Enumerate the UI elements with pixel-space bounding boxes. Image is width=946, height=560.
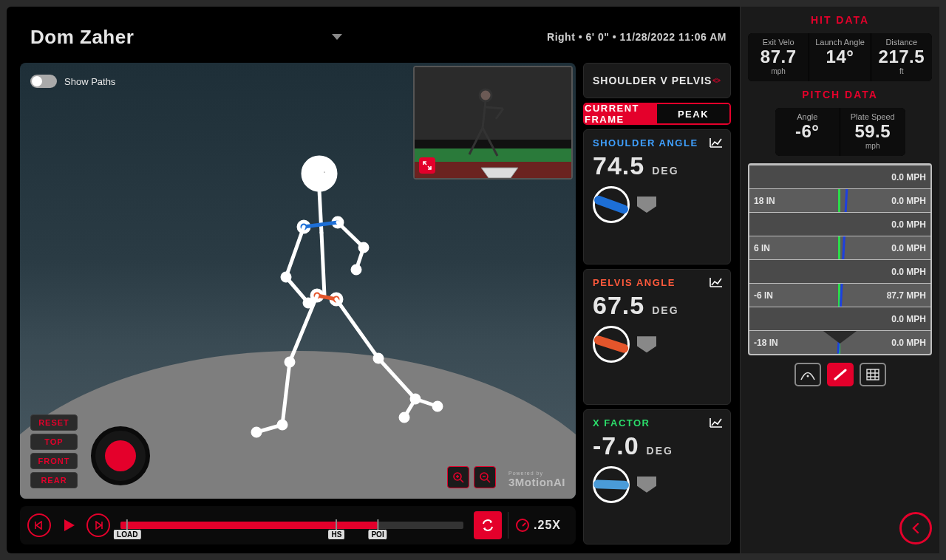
joystick[interactable] [91,426,150,485]
grid-row: 6 IN0.0 MPH [749,236,930,259]
view-mode-icons [748,363,932,386]
svg-line-35 [483,128,497,156]
chart-icon[interactable] [710,137,723,148]
speed-label: .25X [534,519,561,532]
view-field-button[interactable] [794,363,821,386]
hit-data-title: HIT DATA [748,14,932,26]
player-name: Dom Zaher [30,26,134,49]
timeline-progress [120,522,378,529]
metric-unit: DEG [652,304,678,316]
loop-button[interactable] [474,511,502,539]
svg-point-1 [323,171,326,174]
main-panel: Dom Zaher Right • 6' 0" • 11/28/2022 11:… [7,7,740,553]
speed-control[interactable]: .25X [508,512,568,539]
skip-back-button[interactable] [27,513,51,537]
grid-row: -18 IN0.0 MPH [749,330,930,354]
metric-unit: DEG [652,165,678,177]
metric-shoulder: SHOULDER ANGLE 74.5DEG [583,129,731,264]
zoom-out-button[interactable] [474,466,496,488]
expand-icon[interactable] [419,157,435,174]
marker-load[interactable]: LOAD [113,529,141,540]
stat-exit-velo: Exit Velo87.7mph [748,33,809,81]
camera-reset-button[interactable]: RESET [30,414,78,431]
svg-line-24 [336,299,378,358]
video-pip[interactable] [413,66,573,180]
metric-value: -7.0 [593,431,639,460]
chevron-down-icon [332,34,342,40]
pitch-data-title: PITCH DATA [748,89,932,100]
marker-poi[interactable]: POI [367,529,387,540]
angle-indicator [593,326,721,363]
chart-icon[interactable] [710,417,723,428]
grid-row: -6 IN87.7 MPH [749,283,930,307]
zoom-controls [447,466,496,488]
stat-distance: Distance217.5ft [871,33,932,81]
tab-current-frame[interactable]: CURRENT FRAME [585,104,657,123]
pitch-stats: Angle-6° Plate Speed59.5mph [775,108,905,156]
svg-line-40 [460,479,463,482]
show-paths-toggle[interactable]: Show Paths [30,75,115,88]
pip-figure [415,67,573,180]
viewer-3d[interactable]: Show Paths [20,63,576,499]
camera-rear-button[interactable]: REAR [30,472,78,488]
svg-point-0 [303,157,336,190]
angle-indicator [593,186,721,223]
frame-tabs: CURRENT FRAME PEAK [583,103,731,125]
grid-row: 0.0 MPH [749,165,930,188]
camera-top-button[interactable]: TOP [30,434,78,450]
app-root: Dom Zaher Right • 6' 0" • 11/28/2022 11:… [7,7,939,553]
metric-selector[interactable]: SHOULDER V PELVIS ︽︾ [583,63,731,98]
stat-pitch-angle: Angle-6° [775,108,840,156]
svg-line-37 [496,109,503,119]
metric-value: 67.5 [593,291,644,320]
tab-peak[interactable]: PEAK [657,104,729,123]
view-grid-button[interactable] [860,363,886,386]
svg-line-20 [282,362,290,425]
metric-selector-label: SHOULDER V PELVIS [593,75,712,86]
svg-point-31 [401,414,408,421]
svg-line-14 [321,233,324,296]
svg-point-46 [806,375,809,378]
svg-line-44 [487,479,490,482]
svg-point-13 [304,299,312,307]
metric-unit: DEG [647,445,673,457]
timeline-track[interactable]: LOAD HS POI [120,522,463,529]
svg-line-34 [469,128,483,154]
grid-row: 0.0 MPH [749,259,930,283]
camera-front-button[interactable]: FRONT [30,453,78,469]
brand-label: Powered by 3MotionAI [508,468,565,489]
view-bat-button[interactable] [827,363,854,386]
back-button[interactable] [899,512,932,544]
topbar: Dom Zaher Right • 6' 0" • 11/28/2022 11:… [20,18,731,55]
metric-pelvis: PELVIS ANGLE 67.5DEG [583,269,731,404]
show-paths-label: Show Paths [64,76,115,87]
viewer-column: Show Paths [20,63,576,544]
metric-title: X FACTOR [593,417,721,428]
strike-zone-grid[interactable]: 0.0 MPH18 IN0.0 MPH0.0 MPH6 IN0.0 MPH0.0… [748,163,932,355]
svg-line-33 [483,101,486,128]
marker-hs[interactable]: HS [327,529,345,540]
camera-buttons: RESET TOP FRONT REAR [30,414,78,488]
skeleton [212,151,463,462]
metric-xfactor: X FACTOR -7.0DEG [583,409,731,544]
player-dropdown[interactable]: Dom Zaher [20,26,353,49]
metric-title: PELVIS ANGLE [593,277,721,288]
play-button[interactable] [57,513,81,537]
chart-icon[interactable] [710,277,723,287]
angle-indicator [593,466,721,503]
svg-point-23 [253,428,260,436]
svg-line-36 [486,107,503,109]
grid-row: 18 IN0.0 MPH [749,188,930,212]
svg-marker-38 [481,168,518,178]
sort-icon: ︽︾ [712,75,721,86]
zoom-in-button[interactable] [447,466,469,488]
session-meta: Right • 6' 0" • 11/28/2022 11:06 AM [547,31,726,43]
sidebar: HIT DATA Exit Velo87.7mph Launch Angle14… [740,7,939,553]
metric-title: SHOULDER ANGLE [593,137,721,148]
speedometer-icon [516,519,529,532]
grid-row: 0.0 MPH [749,212,930,236]
stat-plate-speed: Plate Speed59.5mph [840,108,905,156]
content-row: Show Paths [20,63,731,544]
metrics-panel: SHOULDER V PELVIS ︽︾ CURRENT FRAME PEAK … [583,63,731,544]
skip-fwd-button[interactable] [86,513,110,537]
